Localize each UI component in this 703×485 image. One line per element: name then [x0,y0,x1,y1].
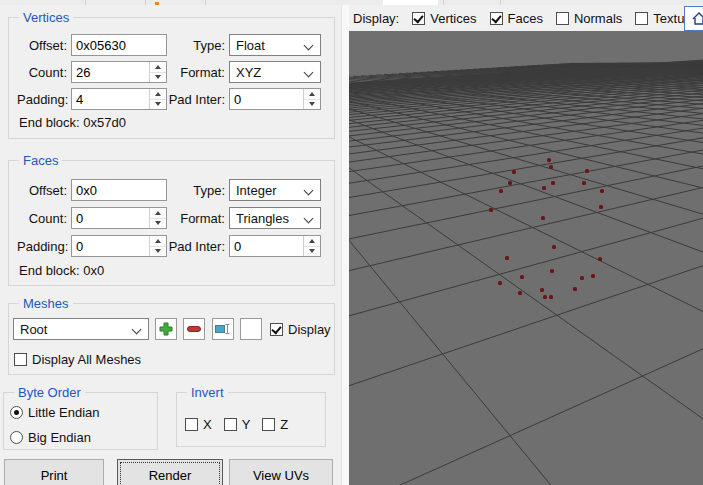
invert-y-label: Y [242,417,251,432]
faces-format-select[interactable]: Triangles [229,207,321,229]
triangle-up-icon [309,92,315,96]
rename-mesh-button[interactable] [212,318,234,340]
spin-down-button[interactable] [304,100,320,110]
checkbox-icon [14,353,27,366]
spin-down-button[interactable] [150,73,166,83]
vertex-dot [599,205,603,209]
radio-icon [10,431,23,444]
faces-count-label: Count: [17,211,67,226]
invert-z-checkbox[interactable]: Z [262,417,288,432]
print-button[interactable]: Print [4,459,104,485]
meshes-group-title: Meshes [19,296,73,311]
vertices-format-value: XYZ [236,65,261,80]
faces-type-select[interactable]: Integer [229,179,321,201]
spin-up-button[interactable] [150,208,166,219]
vertex-dot [505,256,509,260]
byte-order-group: Byte Order Little Endian Big Endian [3,392,158,450]
triangle-up-icon [155,239,161,243]
spin-down-button[interactable] [150,100,166,110]
spin-down-button[interactable] [150,247,166,257]
reset-view-button[interactable] [684,6,703,31]
display-bar-label: Display: [353,11,399,26]
invert-y-checkbox[interactable]: Y [224,417,251,432]
vertex-dot [552,245,556,249]
ground-grid [349,31,703,485]
display-options-bar: Display: Vertices Faces Normals Texture [349,5,703,31]
vertex-dot [591,274,595,278]
display-normals-checkbox[interactable]: Normals [556,11,622,26]
faces-padinter-stepper [229,235,321,257]
triangle-down-icon [155,221,161,225]
checkbox-icon [224,418,237,431]
spin-down-button[interactable] [304,247,320,257]
triangle-up-icon [309,239,315,243]
triangle-up-icon [155,211,161,215]
add-mesh-button[interactable] [155,318,177,340]
print-button-label: Print [41,468,68,483]
vertices-endblock-text: End block: 0x57d0 [19,115,126,130]
remove-mesh-button[interactable] [183,318,205,340]
vertex-dot [499,189,503,193]
display-vertices-checkbox[interactable]: Vertices [412,11,476,26]
faces-endblock-text: End block: 0x0 [19,263,104,278]
spin-down-button[interactable] [150,219,166,229]
faces-padding-stepper [71,235,167,257]
vertex-dot [550,269,554,273]
faces-count-input[interactable] [72,208,149,228]
viewer-panel: Display: Vertices Faces Normals Texture [349,5,703,485]
spin-up-button[interactable] [150,89,166,100]
checkbox-icon [635,12,648,25]
render-button[interactable]: Render [117,459,223,485]
big-endian-radio[interactable]: Big Endian [10,430,91,445]
vertex-dot [580,276,584,280]
radio-icon [10,406,23,419]
vertices-count-label: Count: [17,65,67,80]
faces-padding-label: Padding: [17,239,67,254]
faces-offset-input[interactable] [71,179,167,201]
vertex-dot [549,295,553,299]
chevron-down-icon [304,214,314,224]
vertex-dot [508,181,512,185]
little-endian-label: Little Endian [28,405,100,420]
display-faces-checkbox[interactable]: Faces [490,11,543,26]
faces-padding-input[interactable] [72,236,149,256]
mesh-select-value: Root [20,322,47,337]
viewport-3d[interactable] [349,31,703,485]
vertices-padinter-input[interactable] [230,89,303,109]
mesh-color-swatch[interactable] [240,318,262,340]
spin-up-button[interactable] [150,62,166,73]
triangle-down-icon [155,249,161,253]
invert-z-label: Z [280,417,288,432]
checkbox-icon [556,12,569,25]
panel-splitter[interactable] [341,5,349,485]
faces-padinter-input[interactable] [230,236,303,256]
vertex-dot [600,189,604,193]
vertex-dot [551,181,555,185]
vertices-count-input[interactable] [72,62,149,82]
spin-up-button[interactable] [150,236,166,247]
view-uvs-button[interactable]: View UVs [229,459,333,485]
little-endian-radio[interactable]: Little Endian [10,405,100,420]
vertices-type-label: Type: [167,38,225,53]
faces-group: Faces Offset: Type: Integer Count: Forma… [8,160,335,286]
invert-group-title: Invert [187,385,228,400]
vertex-dot [547,158,551,162]
vertex-dot [582,181,586,185]
vertex-dot [549,165,553,169]
spin-up-button[interactable] [304,236,320,247]
chevron-down-icon [132,325,142,335]
vertices-padding-input[interactable] [72,89,149,109]
spin-up-button[interactable] [304,89,320,100]
vertices-offset-input[interactable] [71,34,167,56]
vertices-type-select[interactable]: Float [229,34,321,56]
invert-x-checkbox[interactable]: X [185,417,212,432]
checkbox-icon [490,12,503,25]
mesh-display-checkbox[interactable]: Display [270,322,331,337]
app-window: { "left_panel": { "vertices": { "title":… [0,0,703,485]
mesh-select[interactable]: Root [13,318,149,340]
vertices-padding-label: Padding: [17,92,67,107]
vertices-format-label: Format: [167,65,225,80]
vertices-format-select[interactable]: XYZ [229,61,321,83]
display-all-meshes-checkbox[interactable]: Display All Meshes [14,352,141,367]
vertex-dot [540,288,544,292]
